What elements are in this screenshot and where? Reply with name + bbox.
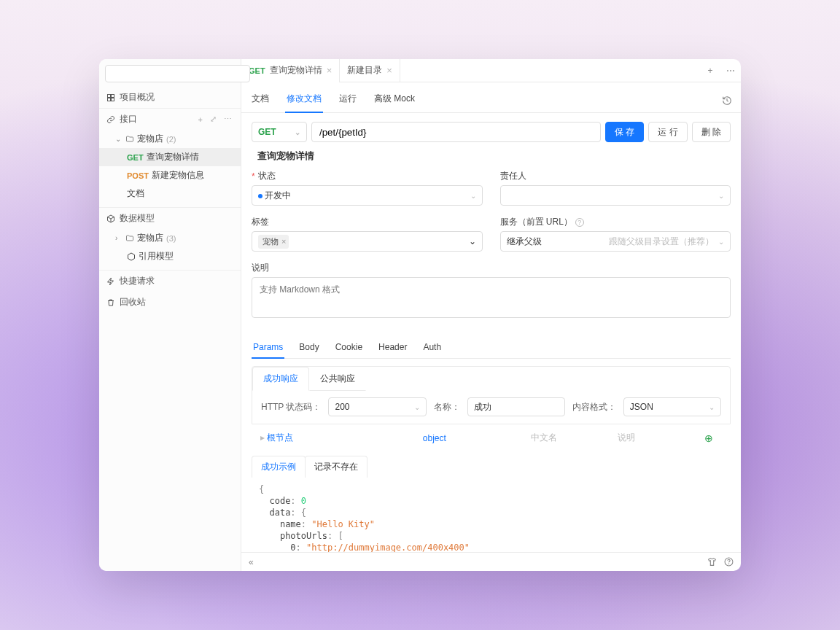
api-more-icon[interactable]: ⋯ <box>222 114 233 124</box>
add-node-button[interactable]: ⊕ <box>704 432 722 444</box>
owner-select[interactable]: ⌄ <box>500 185 731 206</box>
status-label: *状态 <box>252 170 483 182</box>
models-section-header: 数据模型 <box>99 207 241 229</box>
description-input[interactable] <box>252 277 731 318</box>
owner-label: 责任人 <box>500 170 731 182</box>
api-add-icon[interactable]: + <box>197 115 204 124</box>
tree-ref-models[interactable]: 引用模型 <box>99 247 241 265</box>
cube-icon <box>106 214 115 223</box>
content-fmt-select[interactable]: JSON ⌄ <box>623 397 721 416</box>
service-value: 继承父级 <box>507 236 542 248</box>
zap-icon <box>106 277 115 286</box>
tab-label: 查询宠物详情 <box>270 64 322 77</box>
tree-api-label: 查询宠物详情 <box>147 151 199 163</box>
run-button[interactable]: 运 行 <box>648 122 687 142</box>
tree-models-folder[interactable]: › 宠物店 (3) <box>99 229 241 247</box>
save-button[interactable]: 保 存 <box>605 122 644 142</box>
tab-new-folder[interactable]: 新建目录 × <box>340 59 400 82</box>
chevron-down-icon: ⌄ <box>718 238 724 246</box>
status-select[interactable]: 开发中 ⌄ <box>252 185 483 206</box>
tag-chip: 宠物 × <box>258 235 289 249</box>
example-tab-success[interactable]: 成功示例 <box>252 456 306 478</box>
http-code-label: HTTP 状态码： <box>261 401 321 413</box>
editor-scroll[interactable]: GET ⌄ 保 存 运 行 删 除 查询宠物详情 *状态 开发中 ⌄ <box>241 113 741 552</box>
param-tab-body[interactable]: Body <box>298 338 320 358</box>
close-icon[interactable]: × <box>327 65 332 76</box>
api-section-label: 接口 <box>120 113 137 125</box>
new-tab-button[interactable]: + <box>700 66 720 76</box>
search-input[interactable] <box>105 65 250 82</box>
delete-button[interactable]: 删 除 <box>692 122 731 142</box>
chevron-down-icon: ⌄ <box>469 236 476 246</box>
tree-api-get-pet[interactable]: GET 查询宠物详情 <box>99 148 241 166</box>
tree-doc-label: 文档 <box>127 187 144 200</box>
param-tab-params[interactable]: Params <box>252 338 284 358</box>
grid-icon <box>106 93 115 102</box>
param-tab-auth[interactable]: Auth <box>421 338 443 358</box>
shirt-icon[interactable] <box>707 557 717 567</box>
tree-api-doc[interactable]: 文档 <box>99 184 241 203</box>
schema-desc-placeholder: 说明 <box>618 432 704 444</box>
resp-tab-public[interactable]: 公共响应 <box>309 367 366 391</box>
chevron-down-icon: ⌄ <box>295 128 300 136</box>
quick-request-link[interactable]: 快捷请求 <box>99 270 241 292</box>
tags-label: 标签 <box>252 216 483 228</box>
tabs-bar: GET 查询宠物详情 × 新建目录 × + ⋯ <box>241 59 741 82</box>
content-fmt-value: JSON <box>630 402 653 412</box>
example-tab-notfound[interactable]: 记录不存在 <box>305 456 368 478</box>
param-tab-cookie[interactable]: Cookie <box>334 338 364 358</box>
url-input[interactable] <box>311 122 601 142</box>
param-tab-header[interactable]: Header <box>377 338 408 358</box>
doc-tab-mock[interactable]: 高级 Mock <box>373 88 416 112</box>
tag-remove-icon[interactable]: × <box>281 237 286 246</box>
tree-ref-label: 引用模型 <box>139 250 174 262</box>
api-collapse-icon[interactable]: ⤢ <box>209 114 218 124</box>
models-section-label: 数据模型 <box>120 212 155 225</box>
tag-text: 宠物 <box>262 236 279 247</box>
doc-tab-edit[interactable]: 修改文档 <box>285 88 323 112</box>
schema-cn-placeholder: 中文名 <box>531 432 618 444</box>
recycle-bin-label: 回收站 <box>120 296 146 308</box>
tree-api-label: 新建宠物信息 <box>152 169 204 182</box>
tree-api-post-pet[interactable]: POST 新建宠物信息 <box>99 166 241 184</box>
doc-tabs: 文档 修改文档 运行 高级 Mock <box>241 82 741 113</box>
history-icon[interactable] <box>722 96 732 106</box>
svg-rect-5 <box>112 94 114 97</box>
chevron-down-icon: ⌄ <box>718 192 724 200</box>
info-icon[interactable]: ? <box>575 218 584 227</box>
doc-tab-run[interactable]: 运行 <box>338 88 358 112</box>
tags-input[interactable]: 宠物 × ⌄ <box>252 231 483 252</box>
tree-models-count: (3) <box>166 234 176 243</box>
sidebar: 项目概况 接口 + ⤢ ⋯ ⌄ 宠物店 (2) GET 查询宠物详情 POST <box>99 59 241 571</box>
help-icon[interactable] <box>724 557 734 567</box>
svg-point-9 <box>728 564 729 564</box>
schema-type[interactable]: object <box>423 433 532 443</box>
service-select[interactable]: 继承父级 跟随父级目录设置（推荐） ⌄ <box>500 231 731 252</box>
tab-more-button[interactable]: ⋯ <box>720 66 741 76</box>
collapse-toggle[interactable]: « <box>249 557 254 567</box>
doc-tab-doc[interactable]: 文档 <box>250 88 271 112</box>
chevron-down-icon: ⌄ <box>709 403 715 411</box>
folder-icon <box>125 135 134 144</box>
resp-tab-success[interactable]: 成功响应 <box>252 367 309 391</box>
schema-root[interactable]: 根节点 <box>267 432 293 443</box>
tree-folder-count: (2) <box>166 135 176 144</box>
method-badge-get: GET <box>127 153 144 162</box>
schema-row: ▸ 根节点 object 中文名 说明 ⊕ <box>252 424 731 451</box>
resp-name-value: 成功 <box>474 401 491 413</box>
tree-folder-petstore[interactable]: ⌄ 宠物店 (2) <box>99 130 241 148</box>
svg-rect-6 <box>108 98 111 101</box>
service-label: 服务（前置 URL） ? <box>500 216 731 228</box>
tab-get-pet[interactable]: GET 查询宠物详情 × <box>241 59 340 82</box>
recycle-bin-link[interactable]: 回收站 <box>99 292 241 313</box>
resp-name-input[interactable]: 成功 <box>467 397 565 416</box>
tree-models-label: 宠物店 <box>137 232 163 244</box>
http-code-select[interactable]: 200 ⌄ <box>328 397 426 416</box>
close-icon[interactable]: × <box>386 65 392 76</box>
project-overview-label: 项目概况 <box>120 91 155 104</box>
project-overview-link[interactable]: 项目概况 <box>99 87 241 108</box>
method-select[interactable]: GET ⌄ <box>252 122 307 142</box>
tab-label: 新建目录 <box>347 64 382 77</box>
chevron-down-icon: ⌄ <box>470 192 476 200</box>
trash-icon <box>106 298 115 307</box>
